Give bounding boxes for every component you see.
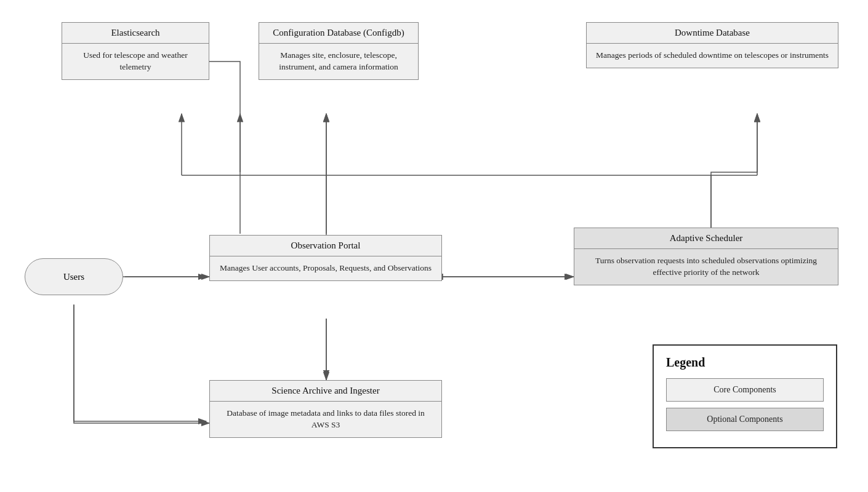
observation-portal-box: Observation Portal Manages User accounts… [209, 235, 442, 281]
adaptive-scheduler-body: Turns observation requests into schedule… [574, 249, 838, 285]
elasticsearch-body: Used for telescope and weather telemetry [62, 44, 209, 79]
optional-components-item: Optional Components [666, 408, 824, 431]
configdb-body: Manages site, enclosure, telescope, inst… [259, 44, 418, 79]
users-label: Users [63, 272, 84, 282]
legend-box: Legend Core Components Optional Componen… [653, 344, 837, 448]
elasticsearch-box: Elasticsearch Used for telescope and wea… [62, 22, 209, 80]
legend-title: Legend [666, 355, 824, 370]
users-box: Users [25, 258, 123, 295]
core-components-item: Core Components [666, 378, 824, 402]
configdb-title: Configuration Database (Configdb) [259, 23, 418, 44]
science-archive-box: Science Archive and Ingester Database of… [209, 380, 442, 438]
science-archive-body: Database of image metadata and links to … [210, 402, 441, 437]
diagram: Elasticsearch Used for telescope and wea… [0, 0, 868, 492]
downtime-body: Manages periods of scheduled downtime on… [587, 44, 838, 68]
observation-portal-body: Manages User accounts, Proposals, Reques… [210, 256, 441, 280]
adaptive-scheduler-box: Adaptive Scheduler Turns observation req… [574, 228, 838, 285]
downtime-title: Downtime Database [587, 23, 838, 44]
downtime-box: Downtime Database Manages periods of sch… [586, 22, 838, 68]
elasticsearch-title: Elasticsearch [62, 23, 209, 44]
configdb-box: Configuration Database (Configdb) Manage… [259, 22, 419, 80]
adaptive-scheduler-title: Adaptive Scheduler [574, 228, 838, 249]
observation-portal-title: Observation Portal [210, 236, 441, 256]
science-archive-title: Science Archive and Ingester [210, 381, 441, 402]
